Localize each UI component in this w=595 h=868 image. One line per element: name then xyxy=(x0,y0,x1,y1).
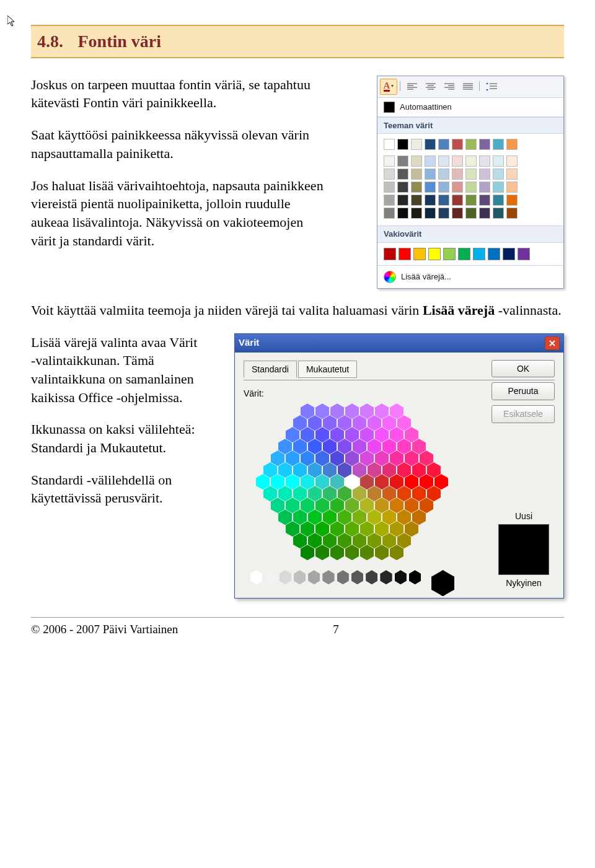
color-swatch[interactable] xyxy=(506,169,518,180)
color-swatch[interactable] xyxy=(399,248,411,260)
color-swatch[interactable] xyxy=(465,208,477,219)
align-center-button[interactable] xyxy=(422,79,439,95)
align-left-button[interactable] xyxy=(403,79,421,95)
color-swatch[interactable] xyxy=(465,139,477,150)
color-swatch[interactable] xyxy=(384,208,395,219)
color-swatch[interactable] xyxy=(452,182,463,193)
color-swatch[interactable] xyxy=(443,248,456,260)
color-swatch[interactable] xyxy=(503,248,515,260)
hex-gray-swatch[interactable] xyxy=(250,570,262,584)
color-swatch[interactable] xyxy=(506,139,518,150)
color-swatch[interactable] xyxy=(411,156,422,167)
color-swatch[interactable] xyxy=(438,169,449,180)
color-swatch[interactable] xyxy=(458,248,470,260)
color-swatch[interactable] xyxy=(452,139,463,150)
hex-gray-swatch[interactable] xyxy=(409,570,421,584)
color-swatch[interactable] xyxy=(425,169,436,180)
color-swatch[interactable] xyxy=(479,156,490,167)
color-swatch[interactable] xyxy=(397,139,408,150)
line-spacing-button[interactable] xyxy=(483,79,500,95)
color-swatch[interactable] xyxy=(479,182,490,193)
chevron-down-icon[interactable]: ▾ xyxy=(391,83,394,90)
color-swatch[interactable] xyxy=(384,156,395,167)
color-swatch[interactable] xyxy=(493,156,504,167)
color-swatch[interactable] xyxy=(493,139,504,150)
color-swatch[interactable] xyxy=(518,248,530,260)
hex-gray-swatch[interactable] xyxy=(337,570,349,584)
color-swatch[interactable] xyxy=(465,182,477,193)
tab-custom[interactable]: Mukautetut xyxy=(298,361,357,379)
color-swatch[interactable] xyxy=(411,169,422,180)
color-swatch[interactable] xyxy=(384,139,395,150)
color-swatch[interactable] xyxy=(438,208,449,219)
color-swatch[interactable] xyxy=(465,169,477,180)
hex-gray-swatch[interactable] xyxy=(322,570,334,584)
align-right-button[interactable] xyxy=(441,79,458,95)
hex-gray-swatch[interactable] xyxy=(308,570,320,584)
preview-button[interactable]: Esikatsele xyxy=(491,405,555,423)
color-swatch[interactable] xyxy=(493,195,504,206)
selected-hex[interactable] xyxy=(431,570,454,596)
color-swatch[interactable] xyxy=(465,195,477,206)
color-swatch[interactable] xyxy=(493,169,504,180)
color-swatch[interactable] xyxy=(411,208,422,219)
hex-color-swatch[interactable] xyxy=(330,545,344,560)
color-swatch[interactable] xyxy=(384,169,395,180)
close-button[interactable] xyxy=(545,336,560,350)
color-swatch[interactable] xyxy=(425,182,436,193)
color-swatch[interactable] xyxy=(506,182,518,193)
hex-gray-swatch[interactable] xyxy=(380,570,392,584)
color-swatch[interactable] xyxy=(479,169,490,180)
color-swatch[interactable] xyxy=(384,248,396,260)
color-swatch[interactable] xyxy=(479,139,490,150)
color-swatch[interactable] xyxy=(465,156,477,167)
color-swatch[interactable] xyxy=(493,208,504,219)
hex-gray-swatch[interactable] xyxy=(395,570,407,584)
color-swatch[interactable] xyxy=(452,169,463,180)
tab-standard[interactable]: Standardi xyxy=(244,361,297,379)
color-swatch[interactable] xyxy=(425,139,436,150)
hex-gray-swatch[interactable] xyxy=(265,570,276,584)
color-swatch[interactable] xyxy=(413,248,426,260)
color-swatch[interactable] xyxy=(438,156,449,167)
color-swatch[interactable] xyxy=(425,156,436,167)
font-color-button[interactable]: A ▾ xyxy=(380,79,397,95)
hex-color-swatch[interactable] xyxy=(360,545,374,560)
color-swatch[interactable] xyxy=(493,182,504,193)
color-swatch[interactable] xyxy=(479,195,490,206)
cancel-button[interactable]: Peruuta xyxy=(491,382,555,400)
ok-button[interactable]: OK xyxy=(491,360,555,378)
color-swatch[interactable] xyxy=(479,208,490,219)
color-swatch[interactable] xyxy=(488,248,500,260)
color-swatch[interactable] xyxy=(425,208,436,219)
color-swatch[interactable] xyxy=(452,208,463,219)
color-swatch[interactable] xyxy=(397,156,408,167)
color-swatch[interactable] xyxy=(438,139,449,150)
hex-color-swatch[interactable] xyxy=(315,545,329,560)
color-swatch[interactable] xyxy=(397,208,408,219)
color-swatch[interactable] xyxy=(384,182,395,193)
color-swatch[interactable] xyxy=(397,169,408,180)
color-swatch[interactable] xyxy=(428,248,441,260)
color-swatch[interactable] xyxy=(452,156,463,167)
hex-gray-swatch[interactable] xyxy=(351,570,363,584)
color-swatch[interactable] xyxy=(425,195,436,206)
hex-color-swatch[interactable] xyxy=(390,545,403,560)
color-swatch[interactable] xyxy=(506,195,518,206)
color-swatch[interactable] xyxy=(397,195,408,206)
automatic-color-item[interactable]: Automaattinen xyxy=(377,98,563,117)
hex-gray-swatch[interactable] xyxy=(280,570,291,584)
color-swatch[interactable] xyxy=(506,156,518,167)
color-swatch[interactable] xyxy=(411,139,422,150)
color-swatch[interactable] xyxy=(473,248,485,260)
hexagon-color-picker[interactable] xyxy=(250,403,454,589)
color-swatch[interactable] xyxy=(438,182,449,193)
hex-color-swatch[interactable] xyxy=(301,545,314,560)
color-swatch[interactable] xyxy=(411,182,422,193)
hex-gray-swatch[interactable] xyxy=(366,570,377,584)
color-swatch[interactable] xyxy=(397,182,408,193)
color-swatch[interactable] xyxy=(384,195,395,206)
color-swatch[interactable] xyxy=(438,195,449,206)
hex-gray-swatch[interactable] xyxy=(294,570,306,584)
color-swatch[interactable] xyxy=(452,195,463,206)
